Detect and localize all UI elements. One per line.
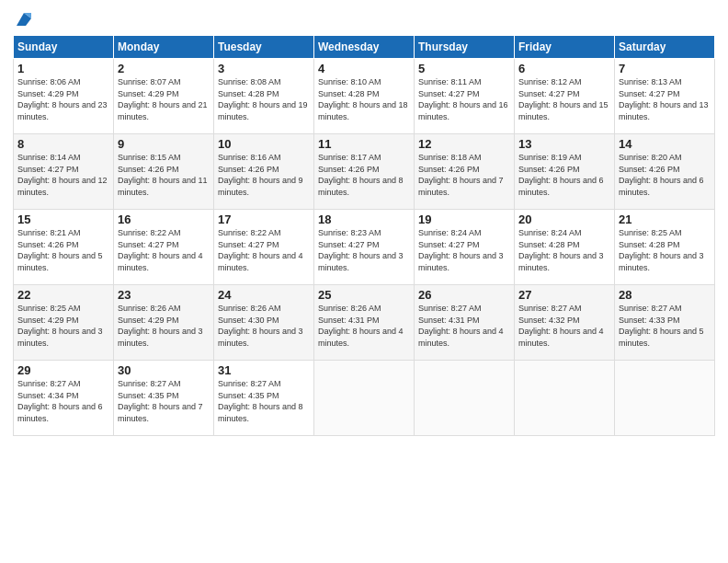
- day-info: Sunrise: 8:22 AMSunset: 4:27 PMDaylight:…: [118, 227, 210, 273]
- calendar-row: 1Sunrise: 8:06 AMSunset: 4:29 PMDaylight…: [14, 59, 715, 134]
- calendar-cell: 19Sunrise: 8:24 AMSunset: 4:27 PMDayligh…: [415, 210, 515, 285]
- day-number: 17: [218, 213, 310, 226]
- day-info: Sunrise: 8:26 AMSunset: 4:29 PMDaylight:…: [118, 303, 210, 349]
- day-number: 25: [318, 288, 410, 302]
- day-number: 29: [17, 363, 109, 377]
- day-number: 4: [318, 62, 410, 75]
- calendar-cell: 28Sunrise: 8:27 AMSunset: 4:33 PMDayligh…: [615, 285, 715, 361]
- day-number: 2: [118, 62, 210, 75]
- day-number: 8: [17, 137, 109, 151]
- calendar-cell: 7Sunrise: 8:13 AMSunset: 4:27 PMDaylight…: [615, 59, 715, 134]
- day-number: 6: [518, 62, 610, 75]
- calendar-cell: 12Sunrise: 8:18 AMSunset: 4:26 PMDayligh…: [415, 134, 515, 210]
- calendar-cell: [515, 361, 615, 436]
- weekday-header-tuesday: Tuesday: [214, 36, 314, 59]
- calendar-row: 8Sunrise: 8:14 AMSunset: 4:27 PMDaylight…: [14, 134, 715, 210]
- day-info: Sunrise: 8:18 AMSunset: 4:26 PMDaylight:…: [418, 152, 510, 198]
- calendar-cell: 30Sunrise: 8:27 AMSunset: 4:35 PMDayligh…: [114, 361, 214, 436]
- calendar-cell: 13Sunrise: 8:19 AMSunset: 4:26 PMDayligh…: [515, 134, 615, 210]
- calendar-cell: 27Sunrise: 8:27 AMSunset: 4:32 PMDayligh…: [515, 285, 615, 361]
- day-info: Sunrise: 8:06 AMSunset: 4:29 PMDaylight:…: [17, 76, 109, 122]
- day-number: 26: [418, 288, 510, 302]
- calendar-cell: [615, 361, 715, 436]
- calendar-cell: 20Sunrise: 8:24 AMSunset: 4:28 PMDayligh…: [515, 210, 615, 285]
- day-number: 10: [218, 137, 310, 151]
- day-info: Sunrise: 8:17 AMSunset: 4:26 PMDaylight:…: [318, 152, 410, 198]
- day-info: Sunrise: 8:25 AMSunset: 4:29 PMDaylight:…: [17, 303, 109, 349]
- day-info: Sunrise: 8:20 AMSunset: 4:26 PMDaylight:…: [619, 152, 711, 198]
- day-number: 14: [619, 137, 711, 151]
- calendar-cell: 29Sunrise: 8:27 AMSunset: 4:34 PMDayligh…: [14, 361, 114, 436]
- day-info: Sunrise: 8:27 AMSunset: 4:33 PMDaylight:…: [619, 303, 711, 349]
- calendar-cell: 3Sunrise: 8:08 AMSunset: 4:28 PMDaylight…: [214, 59, 314, 134]
- day-info: Sunrise: 8:14 AMSunset: 4:27 PMDaylight:…: [17, 152, 109, 198]
- calendar-cell: 5Sunrise: 8:11 AMSunset: 4:27 PMDaylight…: [415, 59, 515, 134]
- calendar-row: 15Sunrise: 8:21 AMSunset: 4:26 PMDayligh…: [14, 210, 715, 285]
- calendar-cell: 24Sunrise: 8:26 AMSunset: 4:30 PMDayligh…: [214, 285, 314, 361]
- calendar-cell: 17Sunrise: 8:22 AMSunset: 4:27 PMDayligh…: [214, 210, 314, 285]
- calendar-cell: 26Sunrise: 8:27 AMSunset: 4:31 PMDayligh…: [415, 285, 515, 361]
- day-info: Sunrise: 8:21 AMSunset: 4:26 PMDaylight:…: [17, 227, 109, 273]
- header: [13, 9, 715, 28]
- day-info: Sunrise: 8:15 AMSunset: 4:26 PMDaylight:…: [118, 152, 210, 198]
- day-number: 18: [318, 213, 410, 226]
- day-info: Sunrise: 8:27 AMSunset: 4:32 PMDaylight:…: [518, 303, 610, 349]
- main-container: SundayMondayTuesdayWednesdayThursdayFrid…: [0, 0, 728, 443]
- day-number: 5: [418, 62, 510, 75]
- calendar-cell: 1Sunrise: 8:06 AMSunset: 4:29 PMDaylight…: [14, 59, 114, 134]
- calendar-cell: 18Sunrise: 8:23 AMSunset: 4:27 PMDayligh…: [314, 210, 415, 285]
- day-info: Sunrise: 8:11 AMSunset: 4:27 PMDaylight:…: [418, 76, 510, 122]
- day-number: 20: [518, 213, 610, 226]
- day-number: 27: [518, 288, 610, 302]
- day-info: Sunrise: 8:27 AMSunset: 4:31 PMDaylight:…: [418, 303, 510, 349]
- day-info: Sunrise: 8:27 AMSunset: 4:35 PMDaylight:…: [118, 378, 210, 424]
- day-info: Sunrise: 8:13 AMSunset: 4:27 PMDaylight:…: [619, 76, 711, 122]
- calendar-cell: 23Sunrise: 8:26 AMSunset: 4:29 PMDayligh…: [114, 285, 214, 361]
- day-number: 28: [619, 288, 711, 302]
- day-info: Sunrise: 8:27 AMSunset: 4:34 PMDaylight:…: [17, 378, 109, 424]
- day-number: 13: [518, 137, 610, 151]
- day-info: Sunrise: 8:26 AMSunset: 4:31 PMDaylight:…: [318, 303, 410, 349]
- calendar-cell: 31Sunrise: 8:27 AMSunset: 4:35 PMDayligh…: [214, 361, 314, 436]
- weekday-header-thursday: Thursday: [415, 36, 515, 59]
- weekday-header-friday: Friday: [515, 36, 615, 59]
- calendar-cell: 11Sunrise: 8:17 AMSunset: 4:26 PMDayligh…: [314, 134, 415, 210]
- weekday-header-wednesday: Wednesday: [314, 36, 415, 59]
- day-number: 16: [118, 213, 210, 226]
- day-number: 24: [218, 288, 310, 302]
- logo-icon: [15, 9, 33, 28]
- day-number: 19: [418, 213, 510, 226]
- calendar-cell: [314, 361, 415, 436]
- day-number: 22: [17, 288, 109, 302]
- logo: [13, 9, 33, 28]
- calendar-cell: 8Sunrise: 8:14 AMSunset: 4:27 PMDaylight…: [14, 134, 114, 210]
- calendar-cell: [415, 361, 515, 436]
- day-info: Sunrise: 8:26 AMSunset: 4:30 PMDaylight:…: [218, 303, 310, 349]
- calendar-cell: 15Sunrise: 8:21 AMSunset: 4:26 PMDayligh…: [14, 210, 114, 285]
- day-info: Sunrise: 8:10 AMSunset: 4:28 PMDaylight:…: [318, 76, 410, 122]
- calendar-cell: 14Sunrise: 8:20 AMSunset: 4:26 PMDayligh…: [615, 134, 715, 210]
- logo-text: [13, 9, 33, 28]
- day-number: 21: [619, 213, 711, 226]
- day-info: Sunrise: 8:27 AMSunset: 4:35 PMDaylight:…: [218, 378, 310, 424]
- day-info: Sunrise: 8:12 AMSunset: 4:27 PMDaylight:…: [518, 76, 610, 122]
- day-number: 9: [118, 137, 210, 151]
- calendar-row: 29Sunrise: 8:27 AMSunset: 4:34 PMDayligh…: [14, 361, 715, 436]
- day-number: 31: [218, 363, 310, 377]
- day-info: Sunrise: 8:22 AMSunset: 4:27 PMDaylight:…: [218, 227, 310, 273]
- day-number: 3: [218, 62, 310, 75]
- calendar-row: 22Sunrise: 8:25 AMSunset: 4:29 PMDayligh…: [14, 285, 715, 361]
- calendar-cell: 6Sunrise: 8:12 AMSunset: 4:27 PMDaylight…: [515, 59, 615, 134]
- weekday-header-saturday: Saturday: [615, 36, 715, 59]
- day-number: 23: [118, 288, 210, 302]
- day-info: Sunrise: 8:07 AMSunset: 4:29 PMDaylight:…: [118, 76, 210, 122]
- day-info: Sunrise: 8:24 AMSunset: 4:28 PMDaylight:…: [518, 227, 610, 273]
- day-info: Sunrise: 8:23 AMSunset: 4:27 PMDaylight:…: [318, 227, 410, 273]
- calendar-cell: 9Sunrise: 8:15 AMSunset: 4:26 PMDaylight…: [114, 134, 214, 210]
- day-number: 11: [318, 137, 410, 151]
- day-number: 15: [17, 213, 109, 226]
- calendar-cell: 16Sunrise: 8:22 AMSunset: 4:27 PMDayligh…: [114, 210, 214, 285]
- day-number: 12: [418, 137, 510, 151]
- calendar-cell: 22Sunrise: 8:25 AMSunset: 4:29 PMDayligh…: [14, 285, 114, 361]
- calendar-cell: 2Sunrise: 8:07 AMSunset: 4:29 PMDaylight…: [114, 59, 214, 134]
